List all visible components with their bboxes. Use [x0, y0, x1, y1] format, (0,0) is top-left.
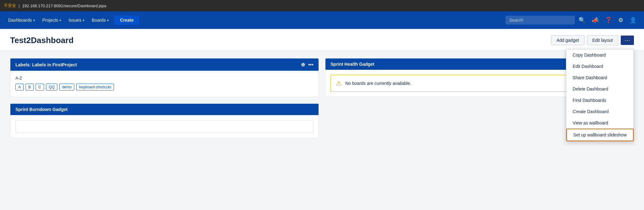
move-icon[interactable]: ⊕: [301, 62, 305, 68]
burndown-placeholder: [15, 120, 314, 133]
projects-caret-icon: ▾: [59, 19, 61, 22]
labels-gadget-header: Labels: Labels in FirstProject ⊕ •••: [10, 58, 319, 71]
header-actions: Add gadget Edit layout ⋯ Copy Dashboard …: [551, 35, 634, 45]
main-content: Labels: Labels in FirstProject ⊕ ••• A-Z…: [0, 51, 644, 146]
label-tag-demo[interactable]: demo: [59, 84, 74, 91]
search-input[interactable]: [506, 16, 575, 25]
nav-item-projects[interactable]: Projects ▾: [39, 16, 65, 25]
search-icon[interactable]: 🔍: [576, 15, 588, 25]
labels-gadget-body: A-Z A B C QQ demo keyboard-shortcuts: [10, 71, 319, 96]
edit-layout-button[interactable]: Edit layout: [587, 35, 618, 45]
gadget-menu-icon[interactable]: •••: [308, 62, 314, 68]
labels-gadget: Labels: Labels in FirstProject ⊕ ••• A-Z…: [10, 58, 319, 97]
labels-gadget-icons: ⊕ •••: [301, 62, 314, 68]
label-tag-b[interactable]: B: [25, 84, 34, 91]
labels-sort-label: A-Z: [15, 76, 314, 80]
label-tag-a[interactable]: A: [15, 84, 24, 91]
label-tag-qq[interactable]: QQ: [46, 84, 58, 91]
sprint-burndown-gadget-body: [10, 115, 319, 138]
edit-dashboard-item[interactable]: Edit Dashboard: [566, 61, 634, 72]
notifications-icon[interactable]: 📣: [589, 15, 601, 25]
top-nav: Dashboards ▾ Projects ▾ Issues ▾ Boards …: [0, 11, 644, 29]
issues-caret-icon: ▾: [83, 19, 84, 22]
nav-item-boards[interactable]: Boards ▾: [89, 16, 112, 25]
label-tag-c[interactable]: C: [36, 84, 44, 91]
security-indicator: 不安全: [4, 3, 16, 8]
nav-item-dashboards[interactable]: Dashboards ▾: [5, 16, 38, 25]
page-title: Test2Dashboard: [10, 36, 551, 45]
setup-wallboard-slideshow-item[interactable]: Set up wallboard slideshow: [566, 129, 634, 141]
browser-bar: 不安全 | 192.168.170.217:8091/secure/Dashbo…: [0, 0, 644, 11]
url-bar: 192.168.170.217:8091/secure/Dashboard.js…: [22, 3, 106, 8]
view-as-wallboard-item[interactable]: View as wallboard: [566, 117, 634, 129]
nav-item-issues[interactable]: Issues ▾: [65, 16, 87, 25]
settings-icon[interactable]: ⚙: [616, 15, 626, 25]
dropdown-menu: Copy Dashboard Edit Dashboard Share Dash…: [566, 49, 634, 141]
more-options-button[interactable]: ⋯: [621, 36, 634, 45]
add-gadget-button[interactable]: Add gadget: [551, 35, 585, 45]
sprint-burndown-gadget-header: Sprint Burndown Gadget: [10, 104, 319, 115]
sprint-burndown-gadget-title: Sprint Burndown Gadget: [15, 107, 314, 112]
copy-dashboard-item[interactable]: Copy Dashboard: [566, 49, 634, 61]
avatar[interactable]: 👤: [627, 15, 639, 25]
page-header: Test2Dashboard Add gadget Edit layout ⋯ …: [0, 29, 644, 51]
labels-gadget-title: Labels: Labels in FirstProject: [15, 62, 301, 67]
create-button[interactable]: Create: [114, 15, 139, 25]
create-dashboard-item[interactable]: Create Dashboard: [566, 106, 634, 117]
sprint-burndown-gadget: Sprint Burndown Gadget: [10, 103, 319, 138]
warning-icon: ⚠: [336, 80, 342, 87]
delete-dashboard-item[interactable]: Delete Dashboard: [566, 83, 634, 95]
boards-caret-icon: ▾: [107, 19, 109, 22]
find-dashboards-item[interactable]: Find Dashboards: [566, 95, 634, 106]
help-icon[interactable]: ❓: [602, 15, 614, 25]
url-divider: |: [19, 3, 20, 8]
share-dashboard-item[interactable]: Share Dashboard: [566, 72, 634, 83]
no-boards-message: No boards are currently available.: [345, 81, 411, 86]
label-tags-container: A B C QQ demo keyboard-shortcuts: [15, 84, 314, 91]
label-tag-keyboard-shortcuts[interactable]: keyboard-shortcuts: [76, 84, 114, 91]
dashboards-caret-icon: ▾: [33, 19, 35, 22]
